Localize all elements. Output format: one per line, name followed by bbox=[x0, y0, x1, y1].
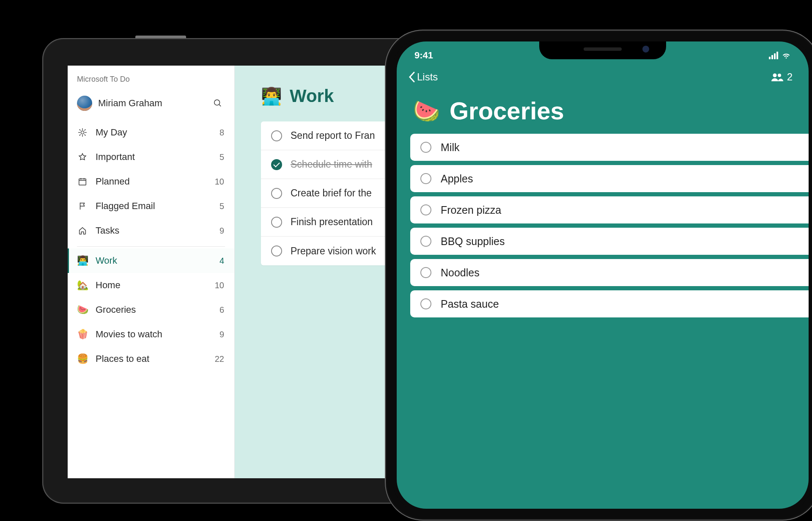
svg-line-10 bbox=[85, 130, 85, 130]
sidebar-item-important[interactable]: Important5 bbox=[68, 145, 234, 169]
phone-header: Lists 2 bbox=[397, 66, 809, 83]
sun-icon bbox=[77, 128, 88, 137]
grocery-item[interactable]: Frozen pizza bbox=[410, 196, 809, 223]
smart-lists: My Day8Important5Planned10Flagged Email5… bbox=[68, 120, 234, 243]
sidebar-item-places-to-eat[interactable]: 🍔Places to eat22 bbox=[68, 347, 234, 371]
svg-rect-11 bbox=[79, 179, 86, 185]
task-radio[interactable] bbox=[271, 217, 282, 228]
svg-line-9 bbox=[80, 135, 80, 135]
grocery-item[interactable]: Milk bbox=[410, 134, 809, 161]
svg-point-2 bbox=[81, 131, 84, 134]
calendar-icon bbox=[77, 177, 88, 186]
phone-device-frame: 9:41 Lists 2 🍉 Groceries bbox=[385, 30, 812, 521]
svg-point-0 bbox=[214, 100, 220, 105]
sidebar: Microsoft To Do Miriam Graham My Day8Imp… bbox=[68, 66, 235, 478]
grocery-item[interactable]: Pasta sauce bbox=[410, 290, 809, 317]
wifi-icon bbox=[782, 52, 791, 59]
grocery-label: Milk bbox=[441, 141, 459, 154]
list-emoji-icon: 🏡 bbox=[77, 281, 88, 290]
user-row[interactable]: Miriam Graham bbox=[68, 91, 234, 120]
grocery-label: Noodles bbox=[441, 267, 480, 279]
task-label: Create brief for the bbox=[291, 187, 372, 199]
task-radio[interactable] bbox=[271, 159, 282, 170]
sidebar-item-count: 6 bbox=[219, 305, 224, 315]
sidebar-item-count: 10 bbox=[215, 177, 224, 187]
sidebar-item-count: 5 bbox=[219, 201, 224, 211]
task-radio[interactable] bbox=[271, 188, 282, 199]
grocery-item[interactable]: Noodles bbox=[410, 259, 809, 286]
sidebar-item-count: 8 bbox=[219, 128, 224, 138]
sidebar-item-count: 22 bbox=[215, 354, 224, 364]
sidebar-item-count: 9 bbox=[219, 226, 224, 236]
sidebar-item-label: Flagged Email bbox=[96, 201, 212, 212]
chevron-left-icon bbox=[409, 72, 415, 83]
sidebar-item-label: Tasks bbox=[96, 225, 212, 236]
sidebar-item-label: Groceries bbox=[96, 304, 212, 315]
sidebar-item-count: 5 bbox=[219, 152, 224, 162]
grocery-label: Frozen pizza bbox=[441, 204, 501, 216]
flag-icon bbox=[77, 201, 88, 211]
svg-line-7 bbox=[80, 130, 80, 130]
custom-lists: 👨‍💻Work4🏡Home10🍉Groceries6🍿Movies to wat… bbox=[68, 248, 234, 371]
search-button[interactable] bbox=[211, 96, 225, 110]
grocery-item[interactable]: Apples bbox=[410, 165, 809, 192]
sidebar-item-groceries[interactable]: 🍉Groceries6 bbox=[68, 298, 234, 322]
sidebar-item-label: Work bbox=[96, 255, 212, 266]
sidebar-item-movies-to-watch[interactable]: 🍿Movies to watch9 bbox=[68, 322, 234, 347]
sidebar-item-planned[interactable]: Planned10 bbox=[68, 169, 234, 194]
task-radio[interactable] bbox=[420, 204, 431, 215]
nav-divider bbox=[77, 246, 225, 247]
sidebar-item-count: 4 bbox=[219, 256, 224, 266]
svg-line-8 bbox=[85, 135, 85, 135]
grocery-item[interactable]: BBQ supplies bbox=[410, 228, 809, 255]
sidebar-item-work[interactable]: 👨‍💻Work4 bbox=[68, 248, 234, 273]
grocery-label: Pasta sauce bbox=[441, 298, 499, 310]
share-button[interactable]: 2 bbox=[771, 71, 793, 83]
task-label: Schedule time with bbox=[291, 159, 372, 170]
task-radio[interactable] bbox=[420, 298, 431, 309]
sidebar-item-label: Movies to watch bbox=[96, 329, 212, 340]
task-radio[interactable] bbox=[420, 173, 431, 184]
status-right bbox=[769, 52, 791, 59]
app-title: Microsoft To Do bbox=[68, 73, 234, 91]
list-emoji-icon: 🍉 bbox=[77, 305, 88, 314]
sidebar-item-label: Home bbox=[96, 280, 207, 291]
people-icon bbox=[771, 72, 784, 82]
svg-point-16 bbox=[773, 74, 776, 77]
task-radio[interactable] bbox=[271, 130, 282, 141]
sidebar-item-label: Planned bbox=[96, 176, 207, 187]
sidebar-item-count: 10 bbox=[215, 281, 224, 290]
phone-screen: 9:41 Lists 2 🍉 Groceries bbox=[397, 41, 809, 509]
avatar[interactable] bbox=[77, 96, 92, 111]
task-label: Finish presentation bbox=[291, 216, 373, 228]
sidebar-item-home[interactable]: 🏡Home10 bbox=[68, 273, 234, 298]
user-name: Miriam Graham bbox=[98, 98, 205, 109]
work-title-text: Work bbox=[290, 86, 334, 106]
star-icon bbox=[77, 152, 88, 162]
phone-inner-frame: 9:41 Lists 2 🍉 Groceries bbox=[392, 37, 812, 513]
sidebar-item-label: Places to eat bbox=[96, 353, 207, 364]
svg-line-1 bbox=[219, 105, 221, 107]
sidebar-item-flagged-email[interactable]: Flagged Email5 bbox=[68, 194, 234, 218]
work-title-emoji-icon: 👨‍💻 bbox=[261, 88, 282, 105]
sidebar-item-label: My Day bbox=[96, 127, 212, 138]
share-count: 2 bbox=[787, 71, 793, 83]
back-button[interactable]: Lists bbox=[409, 71, 438, 83]
phone-notch bbox=[539, 41, 666, 59]
sidebar-item-count: 9 bbox=[219, 330, 224, 339]
watermelon-icon: 🍉 bbox=[413, 100, 440, 122]
sidebar-item-tasks[interactable]: Tasks9 bbox=[68, 218, 234, 243]
list-emoji-icon: 🍔 bbox=[77, 354, 88, 364]
list-emoji-icon: 🍿 bbox=[77, 330, 88, 339]
phone-list-title: 🍉 Groceries bbox=[413, 96, 564, 125]
svg-point-17 bbox=[778, 74, 781, 77]
home-icon bbox=[77, 226, 88, 235]
task-radio[interactable] bbox=[420, 267, 431, 278]
task-radio[interactable] bbox=[271, 245, 282, 256]
back-label: Lists bbox=[417, 71, 438, 83]
sidebar-item-my-day[interactable]: My Day8 bbox=[68, 120, 234, 145]
search-icon bbox=[213, 99, 222, 108]
grocery-label: BBQ supplies bbox=[441, 235, 505, 248]
task-radio[interactable] bbox=[420, 236, 431, 247]
task-radio[interactable] bbox=[420, 142, 431, 153]
